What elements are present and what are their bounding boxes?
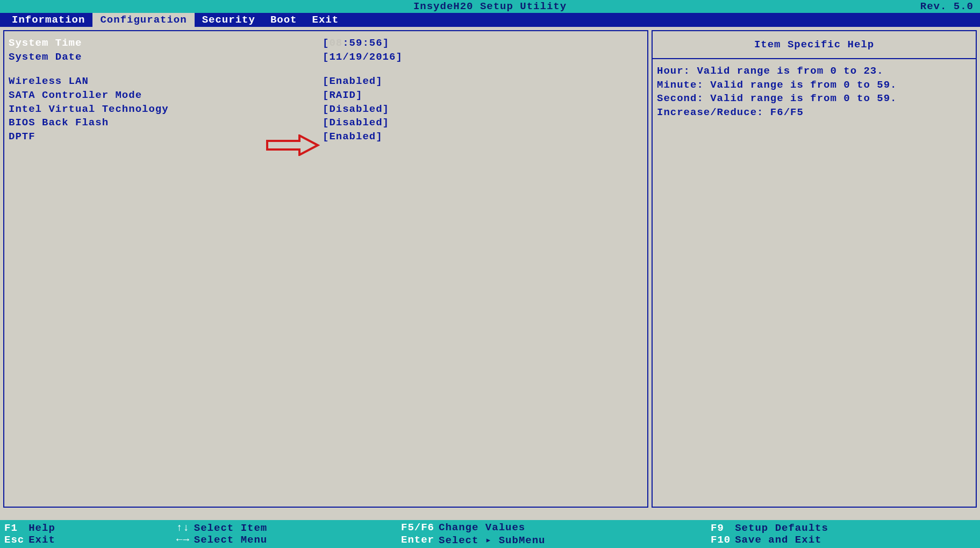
setting-system-date[interactable]: System Date [11/19/2016] <box>9 51 643 65</box>
footer-exit: Esc Exit <box>4 534 176 546</box>
footer-select-item: ↑↓ Select Item <box>176 522 401 534</box>
setting-value: [08:59:56] <box>323 37 389 51</box>
footer-setup-defaults: F9 Setup Defaults <box>711 522 980 534</box>
setting-label: System Date <box>9 51 323 65</box>
setting-value: [Enabled] <box>323 130 383 144</box>
setting-label: BIOS Back Flash <box>9 116 323 130</box>
footer-select-submenu: Enter Select ▸ SubMenu <box>401 533 711 546</box>
setting-intel-virtual-technology[interactable]: Intel Virtual Technology [Disabled] <box>9 103 643 117</box>
setting-bios-back-flash[interactable]: BIOS Back Flash [Disabled] <box>9 116 643 130</box>
footer-change-values: F5/F6 Change Values <box>401 522 711 533</box>
footer-save-exit: F10 Save and Exit <box>711 534 980 546</box>
setting-dptf[interactable]: DPTF [Enabled] <box>9 130 643 144</box>
setting-value: [RAID] <box>323 89 362 103</box>
setting-system-time[interactable]: System Time [08:59:56] <box>9 37 643 51</box>
setting-value: [Enabled] <box>323 75 383 89</box>
tab-exit[interactable]: Exit <box>304 13 346 27</box>
tab-security[interactable]: Security <box>195 13 263 27</box>
setting-value: [Disabled] <box>323 116 389 130</box>
help-line: Increase/Reduce: F6/F5 <box>657 106 971 120</box>
spacer <box>9 64 643 75</box>
setting-label: System Time <box>9 37 323 51</box>
setting-wireless-lan[interactable]: Wireless LAN [Enabled] <box>9 75 643 89</box>
footer-col-1: F1 Help Esc Exit <box>4 520 176 548</box>
tab-information[interactable]: Information <box>4 13 92 27</box>
help-line: Hour: Valid range is from 0 to 23. <box>657 65 971 79</box>
footer-col-2: ↑↓ Select Item ←→ Select Menu <box>176 520 401 548</box>
settings-panel: System Time [08:59:56] System Date [11/1… <box>3 30 648 508</box>
help-line: Minute: Valid range is from 0 to 59. <box>657 79 971 92</box>
help-line: Second: Valid range is from 0 to 59. <box>657 92 971 106</box>
menu-bar: Information Configuration Security Boot … <box>0 13 980 27</box>
utility-title: InsydeH20 Setup Utility <box>413 1 567 12</box>
title-bar: InsydeH20 Setup Utility Rev. 5.0 <box>0 0 980 13</box>
setting-label: Intel Virtual Technology <box>9 103 323 117</box>
revision-label: Rev. 5.0 <box>920 1 974 12</box>
help-panel: Item Specific Help Hour: Valid range is … <box>652 30 977 508</box>
setting-label: SATA Controller Mode <box>9 89 323 103</box>
setting-label: DPTF <box>9 130 323 144</box>
footer-bar: F1 Help Esc Exit ↑↓ Select Item ←→ Selec… <box>0 520 980 548</box>
setting-label: Wireless LAN <box>9 75 323 89</box>
footer-col-3: F5/F6 Change Values Enter Select ▸ SubMe… <box>401 520 711 548</box>
help-title: Item Specific Help <box>653 31 976 59</box>
footer-select-menu: ←→ Select Menu <box>176 534 401 546</box>
setting-value: [Disabled] <box>323 103 389 117</box>
footer-help: F1 Help <box>4 522 176 534</box>
footer-col-4: F9 Setup Defaults F10 Save and Exit <box>711 520 980 548</box>
tab-boot[interactable]: Boot <box>263 13 305 27</box>
help-body: Hour: Valid range is from 0 to 23. Minut… <box>653 59 976 125</box>
setting-sata-controller-mode[interactable]: SATA Controller Mode [RAID] <box>9 89 643 103</box>
tab-configuration[interactable]: Configuration <box>92 13 194 27</box>
setting-value: [11/19/2016] <box>323 51 403 65</box>
content-area: System Time [08:59:56] System Date [11/1… <box>0 27 980 510</box>
